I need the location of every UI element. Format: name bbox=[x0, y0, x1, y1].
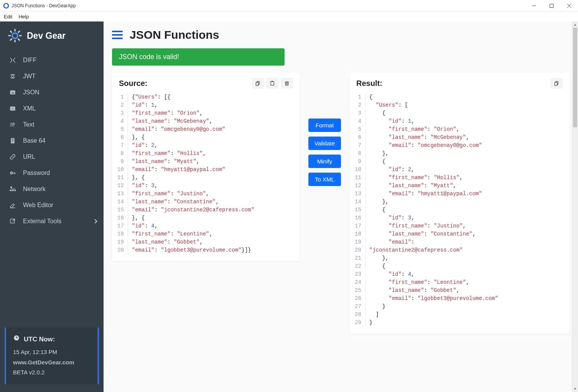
source-panel: Source: 1 2 3 4 5 6 7 8 9 1 bbox=[112, 72, 300, 261]
svg-rect-24 bbox=[12, 141, 13, 142]
diff-icon bbox=[8, 57, 17, 64]
format-button[interactable]: Format bbox=[308, 119, 341, 132]
gear-icon bbox=[8, 28, 22, 43]
svg-line-13 bbox=[10, 39, 12, 41]
toxml-button[interactable]: To XML bbox=[308, 173, 341, 186]
copy-icon[interactable] bbox=[252, 78, 264, 89]
sidebar-item-text[interactable]: ABText bbox=[0, 117, 104, 133]
svg-rect-43 bbox=[286, 82, 288, 85]
paste-icon[interactable] bbox=[266, 78, 278, 89]
svg-rect-30 bbox=[10, 186, 12, 188]
xml-icon: </> bbox=[8, 105, 17, 112]
web-editor-icon bbox=[8, 202, 17, 209]
sidebar-item-base-64[interactable]: Base 64 bbox=[0, 133, 104, 149]
source-editor[interactable]: 1 2 3 4 5 6 7 8 9 10 11 12 13 14 15 16 1… bbox=[112, 93, 300, 261]
minimize-button[interactable] bbox=[525, 0, 543, 12]
url-icon bbox=[8, 153, 17, 160]
svg-rect-27 bbox=[13, 173, 15, 173]
validate-button[interactable]: Validate bbox=[308, 137, 341, 150]
scroll-down-icon[interactable]: ▼ bbox=[572, 386, 578, 392]
result-title: Result: bbox=[356, 79, 550, 88]
scrollbar[interactable]: ▲ ▼ bbox=[572, 21, 578, 392]
validation-alert: JSON code is valid! bbox=[112, 48, 285, 66]
source-title: Source: bbox=[119, 79, 252, 88]
sidebar-item-json[interactable]: JSJSON bbox=[0, 84, 104, 100]
svg-rect-31 bbox=[10, 190, 12, 191]
sidebar-item-label: URL bbox=[23, 153, 35, 160]
menubar: Edit Help bbox=[0, 12, 578, 21]
svg-rect-2 bbox=[550, 4, 553, 7]
sidebar-item-xml[interactable]: </>XML bbox=[0, 100, 104, 117]
svg-text:AB: AB bbox=[10, 122, 15, 126]
trash-icon[interactable] bbox=[281, 78, 293, 89]
jwt-icon bbox=[8, 73, 17, 80]
content: JSON Functions JSON code is valid! Sourc… bbox=[104, 21, 578, 392]
sidebar: Dev Gear DIFFJWTJSJSON</>XMLABTextBase 6… bbox=[0, 21, 104, 392]
svg-point-5 bbox=[12, 33, 18, 38]
sidebar-item-label: Base 64 bbox=[23, 137, 46, 144]
svg-rect-41 bbox=[271, 81, 274, 85]
minify-button[interactable]: Minify bbox=[308, 155, 341, 168]
scroll-thumb[interactable] bbox=[573, 28, 577, 127]
hamburger-icon[interactable] bbox=[112, 31, 123, 39]
sidebar-item-web-editor[interactable]: Web Editor bbox=[0, 197, 104, 213]
svg-text:</>: </> bbox=[11, 107, 14, 110]
clock-icon bbox=[13, 334, 20, 345]
copy-result-icon[interactable] bbox=[550, 78, 563, 89]
result-editor[interactable]: 1 2 3 4 5 6 7 8 9 10 11 12 13 14 15 16 1… bbox=[349, 93, 570, 334]
base-64-icon bbox=[8, 137, 17, 144]
svg-rect-34 bbox=[10, 208, 15, 208]
sidebar-item-label: External Tools bbox=[23, 218, 61, 225]
svg-point-0 bbox=[4, 3, 8, 8]
sidebar-item-network[interactable]: Network bbox=[0, 181, 104, 197]
svg-rect-40 bbox=[256, 82, 258, 86]
svg-rect-32 bbox=[12, 190, 14, 191]
menu-edit[interactable]: Edit bbox=[1, 13, 15, 21]
sidebar-item-label: Web Editor bbox=[23, 202, 53, 209]
password-icon bbox=[8, 170, 17, 176]
titlebar: JSON Functions - DevGearApp bbox=[0, 0, 578, 12]
svg-line-12 bbox=[18, 31, 20, 33]
sidebar-item-url[interactable]: URL bbox=[0, 149, 104, 165]
brand: Dev Gear bbox=[0, 21, 104, 51]
sidebar-item-jwt[interactable]: JWT bbox=[0, 68, 104, 84]
sidebar-item-label: Network bbox=[23, 186, 46, 193]
sidebar-item-label: JSON bbox=[23, 89, 40, 96]
sidebar-item-label: Text bbox=[23, 121, 34, 128]
maximize-button[interactable] bbox=[543, 0, 560, 12]
svg-rect-22 bbox=[12, 139, 13, 140]
scroll-up-icon[interactable]: ▲ bbox=[572, 21, 578, 28]
svg-rect-29 bbox=[15, 173, 16, 174]
brand-text: Dev Gear bbox=[27, 31, 66, 41]
svg-line-11 bbox=[18, 39, 20, 41]
site-link[interactable]: www.GetDevGear.com bbox=[13, 357, 91, 367]
external-tools-icon bbox=[8, 218, 17, 225]
svg-rect-33 bbox=[15, 190, 16, 191]
sidebar-item-password[interactable]: Password bbox=[0, 165, 104, 181]
network-icon bbox=[8, 186, 17, 193]
page-title: JSON Functions bbox=[130, 28, 219, 41]
text-icon: AB bbox=[8, 122, 17, 128]
svg-rect-28 bbox=[14, 173, 15, 174]
actions-column: Format Validate Minify To XML bbox=[308, 72, 341, 186]
close-button[interactable] bbox=[560, 0, 578, 12]
sidebar-item-diff[interactable]: DIFF bbox=[0, 52, 104, 68]
sidebar-item-external-tools[interactable]: External Tools bbox=[0, 213, 104, 229]
version-label: BETA v2.0.2 bbox=[13, 367, 91, 377]
svg-point-14 bbox=[12, 75, 14, 77]
utc-label: UTC Now: bbox=[24, 334, 55, 345]
svg-rect-42 bbox=[272, 81, 273, 82]
svg-rect-23 bbox=[12, 140, 13, 141]
result-panel: Result: 1 2 3 4 5 6 7 8 9 10 11 12 13 14… bbox=[349, 72, 570, 334]
svg-rect-48 bbox=[555, 82, 557, 86]
sidebar-item-label: DIFF bbox=[23, 57, 37, 64]
json-icon: JS bbox=[8, 89, 17, 96]
sidebar-footer: UTC Now: 15 Apr, 12:13 PM www.GetDevGear… bbox=[5, 328, 99, 385]
svg-text:JS: JS bbox=[11, 92, 14, 94]
svg-point-26 bbox=[11, 173, 12, 174]
sidebar-item-label: Password bbox=[23, 170, 50, 176]
app-icon bbox=[3, 3, 9, 9]
menu-help[interactable]: Help bbox=[15, 13, 32, 21]
utc-time: 15 Apr, 12:13 PM bbox=[13, 347, 91, 357]
svg-rect-21 bbox=[11, 138, 14, 143]
